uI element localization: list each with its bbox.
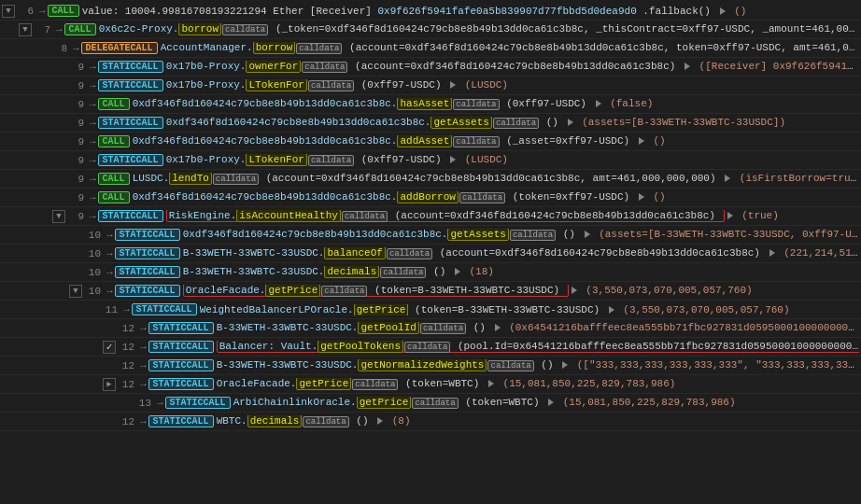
- arrow-icon: →: [90, 99, 96, 110]
- table-row: 12 → STATICCALL B-33WETH-33WBTC-33USDC.g…: [0, 319, 861, 338]
- badge-staticcall: STATICCALL: [148, 322, 214, 334]
- badge-call: CALL: [48, 5, 79, 17]
- table-row: ▼ 7 → CALL 0x6c2c-Proxy.borrowcalldata (…: [0, 21, 861, 39]
- badge-staticcall: STATICCALL: [98, 154, 163, 166]
- checkbox[interactable]: ✓: [103, 341, 116, 354]
- triangle-icon: [568, 119, 573, 126]
- arrow-icon: →: [106, 248, 113, 259]
- triangle-icon: [450, 81, 456, 89]
- table-row: 9 → STATICCALL 0x17b0-Proxy.LTokenForcal…: [0, 151, 861, 170]
- badge-call: CALL: [98, 135, 130, 147]
- arrow-icon: →: [90, 62, 96, 73]
- row-content: WBTC.decimalscalldata () (8): [217, 415, 859, 427]
- arrow-icon: →: [140, 323, 147, 334]
- row-num: 10: [84, 267, 101, 278]
- arrow-icon: →: [90, 80, 96, 91]
- arrow-icon: →: [140, 379, 147, 390]
- arrow-icon: →: [90, 174, 96, 185]
- arrow-icon: →: [90, 211, 96, 222]
- badge-staticcall: STATICCALL: [98, 117, 163, 129]
- arrow-icon: →: [140, 416, 147, 427]
- triangle-icon: [377, 417, 383, 425]
- row-content: 0x17b0-Proxy.ownerForcalldata (account=0…: [166, 61, 859, 73]
- badge-staticcall: STATICCALL: [115, 229, 180, 241]
- badge-call: CALL: [98, 173, 130, 185]
- triangle-icon: [720, 7, 726, 15]
- row-content: RiskEngine.isAccountHealthycalldata (acc…: [166, 210, 859, 222]
- triangle-icon: [548, 399, 554, 406]
- table-row: ▼ 10 → STATICCALL OracleFacade.getPricec…: [0, 282, 861, 301]
- arrow-icon: →: [140, 360, 147, 371]
- triangle-icon: [450, 156, 456, 163]
- badge-call: CALL: [98, 98, 130, 110]
- row-num: 9: [67, 136, 84, 147]
- table-row: 9 → CALL 0xdf346f8d160424c79cb8e8b49b13d…: [0, 189, 861, 207]
- arrow-icon: →: [157, 398, 163, 409]
- row-num: 13: [134, 398, 151, 409]
- table-row: ▼ 9 → STATICCALL RiskEngine.isAccountHea…: [0, 207, 861, 226]
- badge-staticcall: STATICCALL: [98, 61, 163, 73]
- expand-btn[interactable]: ▼: [2, 5, 15, 18]
- expand-btn[interactable]: ▼: [19, 23, 32, 36]
- row-num: 9: [67, 155, 84, 166]
- table-row: 9 → STATICCALL 0x17b0-Proxy.LTokenForcal…: [0, 77, 861, 95]
- arrow-icon: →: [56, 24, 63, 35]
- row-num: 9: [67, 80, 84, 91]
- badge-staticcall: STATICCALL: [148, 341, 214, 353]
- badge-staticcall: STATICCALL: [148, 359, 214, 371]
- row-num: 8: [50, 43, 67, 54]
- table-row: 10 → STATICCALL B-33WETH-33WBTC-33USDC.b…: [0, 245, 861, 263]
- table-row: 9 → CALL 0xdf346f8d160424c79cb8e8b49b13d…: [0, 95, 861, 114]
- row-num: 12: [118, 342, 134, 353]
- expand-btn[interactable]: ▼: [69, 285, 82, 298]
- triangle-icon: [685, 63, 690, 70]
- triangle-icon: [455, 268, 460, 275]
- badge-delegatecall: DELEGATECALL: [81, 42, 158, 54]
- badge-staticcall: STATICCALL: [115, 285, 180, 297]
- row-num: 12: [118, 360, 134, 371]
- row-num: 7: [34, 24, 50, 35]
- badge-staticcall: STATICCALL: [148, 415, 214, 427]
- badge-staticcall: STATICCALL: [98, 79, 163, 91]
- row-content: 0x17b0-Proxy.LTokenForcalldata (0xff97-U…: [166, 154, 859, 166]
- row-num: 10: [84, 230, 101, 241]
- expand-btn[interactable]: ▼: [52, 210, 65, 223]
- arrow-icon: →: [140, 342, 147, 353]
- row-content: 0x17b0-Proxy.LTokenForcalldata (0xff97-U…: [166, 79, 859, 91]
- badge-staticcall: STATICCALL: [132, 303, 197, 315]
- table-row: 10 → STATICCALL B-33WETH-33WBTC-33USDC.d…: [0, 263, 861, 282]
- triangle-icon: [725, 175, 730, 182]
- triangle-icon: [639, 193, 644, 201]
- row-content: 0xdf346f8d160424c79cb8e8b49b13dd0ca61c3b…: [183, 229, 859, 241]
- row-content: LUSDC.lendTocalldata (account=0xdf346f8d…: [133, 173, 859, 185]
- badge-staticcall: STATICCALL: [165, 397, 231, 409]
- arrow-icon: →: [123, 304, 130, 315]
- expand-btn[interactable]: ▶: [103, 378, 116, 391]
- row-content: 0xdf346f8d160424c79cb8e8b49b13dd0ca61c3b…: [133, 98, 859, 110]
- row-num: 12: [118, 323, 134, 334]
- badge-staticcall: STATICCALL: [115, 247, 180, 259]
- row-content: AccountManager.borrowcalldata (account=0…: [161, 42, 859, 54]
- row-content: B-33WETH-33WBTC-33USDC.decimalscalldata …: [183, 266, 859, 278]
- row-content: B-33WETH-33WBTC-33USDC.balanceOfcalldata…: [183, 247, 859, 259]
- table-row: 12 → STATICCALL B-33WETH-33WBTC-33USDC.g…: [0, 357, 861, 375]
- badge-staticcall: STATICCALL: [115, 266, 180, 278]
- table-row: 12 → STATICCALL WBTC.decimalscalldata ()…: [0, 413, 861, 431]
- table-row: ▼ 6 → CALL value: 10004.9981670819322129…: [0, 2, 861, 21]
- row-num: 9: [67, 62, 84, 73]
- arrow-icon: →: [90, 118, 96, 129]
- badge-staticcall: STATICCALL: [148, 378, 214, 390]
- row-content: ArbiChainlinkOracle.getPricecalldata (to…: [233, 397, 859, 409]
- triangle-icon: [727, 212, 733, 219]
- row-num: 9: [67, 118, 84, 129]
- badge-call: CALL: [64, 23, 96, 35]
- arrow-icon: →: [106, 230, 113, 241]
- triangle-icon: [562, 361, 568, 369]
- table-row: ▶ 12 → STATICCALL OracleFacade.getPricec…: [0, 375, 861, 394]
- row-content: WeightedBalancerLPOracle.getPrice (token…: [200, 304, 859, 315]
- row-num: 9: [67, 99, 84, 110]
- row-num: 12: [118, 416, 134, 427]
- row-content: OracleFacade.getPricecalldata (token=WBT…: [217, 378, 859, 390]
- table-row: ✓ 12 → STATICCALL Balancer: Vault.getPoo…: [0, 338, 861, 357]
- arrow-icon: →: [73, 43, 79, 54]
